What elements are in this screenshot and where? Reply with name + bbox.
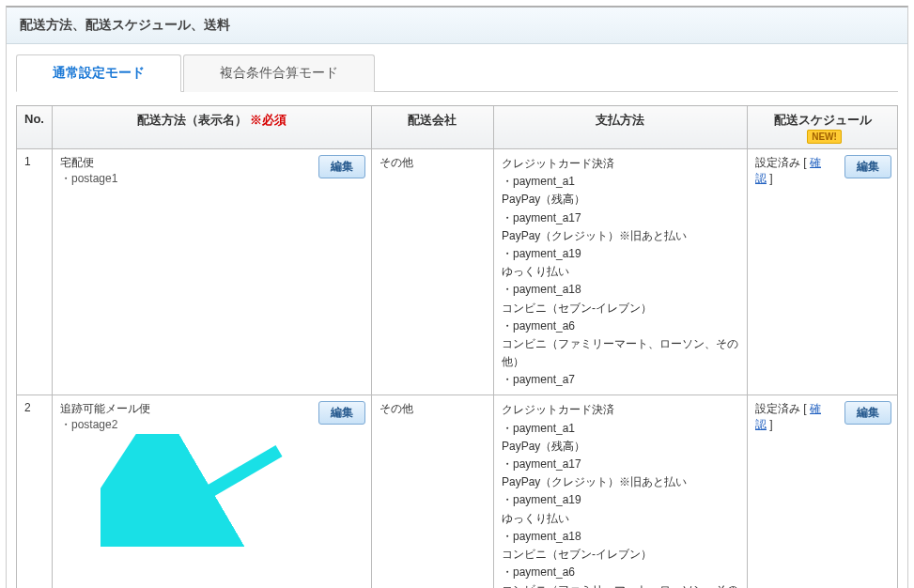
tab-compound-mode[interactable]: 複合条件合算モード bbox=[183, 54, 375, 92]
payment-line: PayPay（残高） bbox=[502, 191, 739, 209]
payment-line: ・payment_a6 bbox=[502, 564, 739, 581]
payment-line: ・payment_a17 bbox=[502, 456, 739, 473]
payment-cell: クレジットカード決済・payment_a1PayPay（残高）・payment_… bbox=[493, 395, 747, 588]
tab-normal-mode[interactable]: 通常設定モード bbox=[16, 54, 181, 92]
payment-line: ・payment_a19 bbox=[502, 245, 739, 263]
payment-line: クレジットカード決済 bbox=[502, 401, 739, 419]
edit-method-button[interactable]: 編集 bbox=[318, 155, 365, 178]
method-code: ・postage2 bbox=[60, 417, 305, 433]
payment-line: PayPay（残高） bbox=[502, 438, 739, 456]
method-code: ・postage1 bbox=[60, 171, 305, 187]
edit-schedule-button[interactable]: 編集 bbox=[844, 401, 891, 425]
table-row: 2追跡可能メール便・postage2編集その他クレジットカード決済・paymen… bbox=[17, 395, 898, 588]
payment-line: コンビニ（セブン-イレブン） bbox=[502, 300, 739, 317]
payment-line: ・payment_a7 bbox=[502, 371, 739, 389]
col-no: No. bbox=[17, 106, 53, 149]
table-row: 1宅配便・postage1編集その他クレジットカード決済・payment_a1P… bbox=[17, 149, 898, 395]
company-cell: その他 bbox=[371, 395, 493, 588]
method-name: 宅配便 bbox=[60, 155, 305, 171]
payment-line: ・payment_a17 bbox=[502, 209, 739, 227]
method-name: 追跡可能メール便 bbox=[60, 401, 305, 417]
payment-line: ・payment_a6 bbox=[502, 317, 739, 335]
new-badge: NEW! bbox=[807, 130, 842, 144]
method-cell: 追跡可能メール便・postage2編集 bbox=[52, 395, 371, 588]
payment-line: ・payment_a18 bbox=[502, 281, 739, 299]
row-number: 1 bbox=[17, 149, 53, 395]
col-payment: 支払方法 bbox=[493, 106, 747, 149]
shipping-table: No. 配送方法（表示名） ※必須 配送会社 支払方法 配送スケジュール NEW… bbox=[16, 105, 898, 588]
edit-schedule-button[interactable]: 編集 bbox=[844, 155, 891, 178]
payment-line: ・payment_a18 bbox=[502, 528, 739, 546]
page-title: 配送方法、配送スケジュール、送料 bbox=[7, 8, 907, 44]
payment-line: ・payment_a1 bbox=[502, 420, 739, 438]
payment-line: ゆっくり払い bbox=[502, 263, 739, 281]
col-method: 配送方法（表示名） ※必須 bbox=[52, 106, 371, 149]
payment-line: コンビニ（ファミリーマート、ローソン、その他） bbox=[502, 335, 739, 371]
payment-line: コンビニ（セブン-イレブン） bbox=[502, 546, 739, 564]
required-mark: ※必須 bbox=[250, 113, 287, 127]
payment-line: PayPay（クレジット）※旧あと払い bbox=[502, 473, 739, 491]
col-company: 配送会社 bbox=[371, 106, 493, 149]
payment-line: クレジットカード決済 bbox=[502, 155, 739, 173]
row-number: 2 bbox=[17, 395, 53, 588]
edit-method-button[interactable]: 編集 bbox=[318, 401, 365, 425]
method-cell: 宅配便・postage1編集 bbox=[52, 149, 371, 395]
payment-line: ・payment_a19 bbox=[502, 491, 739, 509]
payment-cell: クレジットカード決済・payment_a1PayPay（残高）・payment_… bbox=[493, 149, 747, 395]
schedule-cell: 設定済み [ 確認 ]編集 bbox=[748, 395, 898, 588]
payment-line: PayPay（クレジット）※旧あと払い bbox=[502, 227, 739, 245]
tab-row: 通常設定モード 複合条件合算モード bbox=[16, 54, 898, 92]
payment-line: ゆっくり払い bbox=[502, 510, 739, 528]
schedule-cell: 設定済み [ 確認 ]編集 bbox=[748, 149, 898, 395]
company-cell: その他 bbox=[371, 149, 493, 395]
payment-line: ・payment_a1 bbox=[502, 173, 739, 191]
col-schedule: 配送スケジュール NEW! bbox=[748, 106, 898, 149]
payment-line: コンビニ（ファミリーマート、ローソン、その他） bbox=[502, 581, 739, 588]
